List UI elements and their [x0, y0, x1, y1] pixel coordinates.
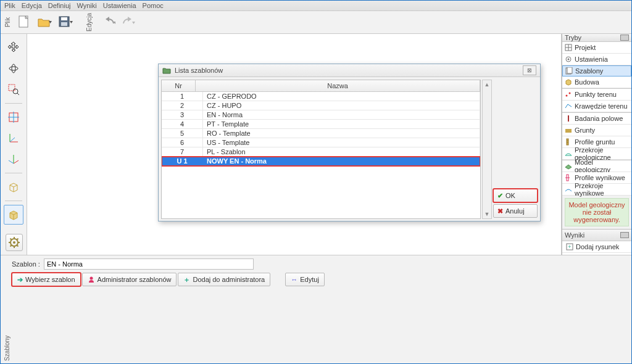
- grid-row[interactable]: 7PL - Szablon: [162, 147, 480, 157]
- box-wire-tool[interactable]: [4, 177, 23, 197]
- menu-definiuj[interactable]: Definiuj: [48, 2, 71, 9]
- bottom-tab-label[interactable]: Szablony: [2, 258, 12, 361]
- soil-icon: [565, 126, 572, 134]
- item-grunty[interactable]: Grunty: [562, 125, 631, 136]
- template-icon: [565, 67, 573, 75]
- szablon-field[interactable]: [44, 259, 254, 270]
- axes2-tool[interactable]: [4, 149, 23, 169]
- svg-point-33: [566, 95, 568, 97]
- new-file-button[interactable]: [14, 12, 34, 32]
- szablon-label: Szablon :: [12, 260, 40, 268]
- grid-row[interactable]: 3EN - Norma: [162, 110, 480, 120]
- grid-row[interactable]: 4PT - Template: [162, 120, 480, 129]
- svg-rect-37: [567, 139, 568, 145]
- col-name[interactable]: Nazwa: [196, 80, 480, 91]
- dodaj-rysunek-button[interactable]: +Dodaj rysunek: [562, 241, 631, 253]
- wyniki-header: Wyniki: [562, 230, 631, 241]
- menubar: Plik Edycja Definiuj Wyniki Ustawienia P…: [1, 1, 631, 11]
- left-toolbar: [1, 34, 27, 255]
- wybierz-szablon-button[interactable]: ➔Wybierz szablon: [12, 273, 81, 286]
- svg-rect-6: [61, 22, 67, 26]
- folder-icon: [162, 67, 171, 74]
- panel-minimize-button[interactable]: [620, 232, 629, 238]
- svg-point-30: [568, 59, 570, 60]
- tryby-budowa[interactable]: Budowa: [562, 77, 631, 88]
- check-icon: ✔: [497, 192, 503, 200]
- axes-tool[interactable]: [4, 128, 23, 148]
- tryby-projekt[interactable]: Projekt: [562, 42, 631, 54]
- svg-line-65: [17, 239, 19, 240]
- svg-marker-10: [128, 17, 131, 22]
- grid-header: Nr Nazwa: [162, 80, 480, 92]
- main-body: Lista szablonów ⊠ Nr Nazwa 1CZ - GEPRODO…: [1, 34, 631, 255]
- item-model-geo[interactable]: Model geologiczny: [562, 160, 631, 172]
- status-message: Model geologiczny nie został wygenerowan…: [565, 198, 629, 226]
- edytuj-button[interactable]: ↔Edytuj: [285, 273, 325, 286]
- profile-icon: [565, 138, 572, 146]
- move-tool[interactable]: [4, 38, 23, 57]
- dodaj-do-administratora-button[interactable]: ＋Dodaj do administratora: [178, 273, 270, 286]
- gear-small-icon: [565, 56, 572, 63]
- menu-ustawienia[interactable]: Ustawienia: [103, 2, 136, 9]
- svg-rect-36: [565, 129, 572, 133]
- tryby-szablony[interactable]: Szablony: [562, 65, 631, 77]
- svg-point-15: [13, 89, 18, 94]
- template-list-dialog: Lista szablonów ⊠ Nr Nazwa 1CZ - GEPRODO…: [158, 64, 541, 221]
- dialog-ok-button[interactable]: ✔OK: [493, 189, 538, 202]
- menu-edycja[interactable]: Edycja: [22, 2, 42, 9]
- rotate-tool[interactable]: [4, 59, 23, 78]
- model-icon: [565, 162, 572, 170]
- grid-scrollbar[interactable]: ▲ ▼: [482, 80, 492, 219]
- grid-row[interactable]: 1CZ - GEPRODO: [162, 92, 480, 101]
- drill-icon: [565, 115, 572, 122]
- item-krawedzie-terenu[interactable]: Krawędzie terenu: [562, 101, 631, 112]
- menu-pomoc[interactable]: Pomoc: [143, 2, 164, 9]
- grid-row[interactable]: 5RO - Template: [162, 129, 480, 138]
- panel-minimize-button[interactable]: [620, 35, 629, 41]
- scroll-down-icon[interactable]: ▼: [484, 211, 490, 217]
- item-przekroje-wynikowe[interactable]: Przekroje wynikowe: [562, 184, 631, 196]
- menu-plik[interactable]: Plik: [4, 2, 15, 9]
- dialog-close-button[interactable]: ⊠: [523, 65, 536, 75]
- admin-icon: [88, 276, 95, 283]
- grid-row[interactable]: 2CZ - HUPO: [162, 101, 480, 110]
- svg-text:+: +: [568, 244, 571, 250]
- scroll-up-icon[interactable]: ▲: [484, 81, 490, 88]
- add-drawing-icon: +: [566, 243, 573, 250]
- gear-icon: [9, 237, 20, 248]
- svg-line-25: [9, 160, 14, 163]
- grid-row[interactable]: 6US - Template: [162, 138, 480, 147]
- svg-line-22: [10, 138, 15, 142]
- grid-row-selected[interactable]: U 1NOWY EN - Norma: [162, 157, 480, 166]
- arrow-right-icon: ➔: [17, 276, 23, 284]
- svg-rect-5: [61, 17, 67, 20]
- bounds-tool[interactable]: [4, 107, 23, 127]
- item-badania-polowe[interactable]: Badania polowe: [562, 113, 631, 125]
- tryby-ustawienia[interactable]: Ustawienia: [562, 54, 631, 65]
- menu-wyniki[interactable]: Wyniki: [77, 2, 96, 9]
- dialog-cancel-button[interactable]: ✖Anuluj: [493, 204, 538, 218]
- dialog-titlebar[interactable]: Lista szablonów ⊠: [159, 64, 540, 77]
- settings-button[interactable]: [6, 234, 23, 251]
- item-punkty-terenu[interactable]: Punkty terenu: [562, 89, 631, 101]
- administrator-szablonow-button[interactable]: Administrator szablonów: [82, 273, 177, 286]
- zoom-select-tool[interactable]: [4, 80, 23, 99]
- svg-point-57: [13, 241, 15, 244]
- svg-marker-7: [70, 21, 73, 23]
- svg-rect-32: [567, 67, 572, 73]
- col-nr[interactable]: Nr: [162, 80, 196, 91]
- svg-marker-8: [106, 17, 109, 22]
- toolbar-group-edycja-label: Edycja: [86, 13, 93, 31]
- undo-button[interactable]: [98, 12, 118, 32]
- svg-point-13: [12, 64, 15, 73]
- template-grid[interactable]: Nr Nazwa 1CZ - GEPRODO 2CZ - HUPO 3EN - …: [161, 80, 481, 219]
- box-solid-tool[interactable]: [4, 205, 23, 225]
- tryby-header: Tryby: [562, 34, 631, 42]
- app-window: Plik Edycja Definiuj Wyniki Ustawienia P…: [0, 0, 632, 364]
- open-file-button[interactable]: [35, 12, 55, 32]
- redo-button[interactable]: [119, 12, 139, 32]
- save-file-button[interactable]: [56, 12, 76, 32]
- edges-icon: [565, 102, 572, 110]
- canvas-area[interactable]: Lista szablonów ⊠ Nr Nazwa 1CZ - GEPRODO…: [27, 34, 562, 255]
- section-icon: [565, 150, 572, 157]
